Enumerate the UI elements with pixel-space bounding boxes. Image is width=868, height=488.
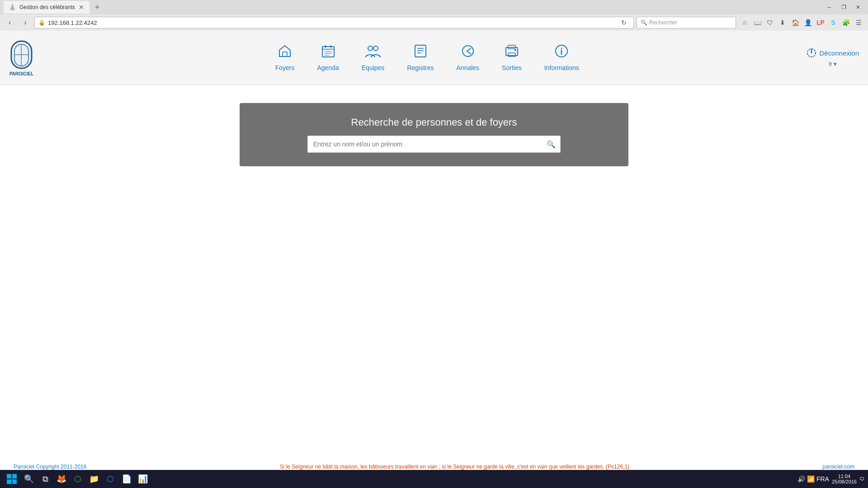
agenda-icon: [321, 44, 335, 61]
nav-right: Déconnexion fr ▾: [807, 48, 859, 67]
browser-tab[interactable]: ⛪ Gestion des célébrants ✕: [4, 1, 90, 14]
equipes-label: Equipes: [362, 64, 385, 71]
foyers-label: Foyers: [275, 64, 295, 71]
tray-icon-2: 📶: [807, 475, 815, 483]
address-url: 192.168.1.22:4242: [48, 19, 97, 26]
footer-quote: Si le Seigneur ne bâtit la maison, les b…: [86, 464, 822, 470]
language-selector[interactable]: fr ▾: [829, 61, 837, 67]
forward-button[interactable]: ›: [19, 16, 32, 29]
svg-rect-29: [7, 474, 11, 479]
search-input-row: 🔍: [307, 136, 561, 153]
power-icon: [807, 48, 816, 58]
extensions-button[interactable]: 🧩: [840, 17, 852, 28]
footer-website: paroiciel.com: [822, 464, 854, 470]
taskbar-search[interactable]: 🔍: [22, 472, 36, 486]
account-button[interactable]: 👤: [802, 17, 814, 28]
browser-chrome: ⛪ Gestion des célébrants ✕ + ─ ❐ ✕ ‹ › 🔒…: [0, 0, 868, 31]
tab-close-button[interactable]: ✕: [79, 4, 84, 11]
lang-label: fr: [829, 61, 832, 67]
notification-icon[interactable]: 🗨: [859, 476, 864, 482]
new-tab-button[interactable]: +: [93, 3, 102, 12]
sorties-icon: [505, 44, 519, 61]
annales-label: Annales: [457, 64, 480, 71]
taskbar-firefox[interactable]: 🦊: [54, 472, 69, 486]
svg-point-19: [462, 46, 473, 56]
lastpass-button[interactable]: LP: [815, 17, 826, 28]
nav-agenda[interactable]: Agenda: [317, 44, 339, 71]
taskbar-excel[interactable]: 📊: [136, 472, 150, 486]
address-bar-row: ‹ › 🔒 192.168.1.22:4242 ↻ 🔍 Rechercher ☆…: [0, 14, 868, 31]
nav-registres[interactable]: Registres: [407, 44, 434, 71]
nav-annales[interactable]: Annales: [457, 44, 480, 71]
search-icon: 🔍: [641, 19, 647, 26]
start-button[interactable]: [4, 471, 20, 487]
chevron-down-icon: ▾: [834, 61, 837, 67]
deconnexion-button[interactable]: Déconnexion: [807, 48, 859, 58]
reload-button[interactable]: ↻: [618, 17, 630, 28]
nav-foyers[interactable]: Foyers: [275, 44, 295, 71]
taskbar-files[interactable]: 📁: [87, 472, 101, 486]
download-button[interactable]: ⬇: [777, 17, 788, 28]
close-button[interactable]: ✕: [852, 1, 864, 14]
svg-rect-15: [415, 45, 426, 57]
nav-sorties[interactable]: Sorties: [502, 44, 522, 71]
toolbar-icons: ☆ 📖 🛡 ⬇ 🏠 👤 LP S 🧩 ☰: [739, 17, 864, 28]
title-bar: ⛪ Gestion des célébrants ✕ + ─ ❐ ✕: [0, 0, 868, 14]
search-hero-title: Recherche de personnes et de foyers: [351, 117, 517, 128]
taskbar-app1[interactable]: ⬡: [71, 472, 85, 486]
logo-image: [9, 39, 34, 70]
nav-informations[interactable]: Informations: [544, 44, 579, 71]
svg-rect-30: [12, 474, 17, 479]
informations-icon: [554, 44, 569, 61]
lang-indicator: FRA: [816, 475, 829, 483]
tab-title: Gestion des célébrants: [19, 4, 75, 10]
tab-favicon: ⛪: [9, 4, 16, 10]
search-icon: 🔍: [547, 140, 556, 149]
svg-point-14: [373, 46, 378, 51]
svg-rect-32: [12, 479, 17, 484]
skype-button[interactable]: S: [827, 17, 839, 28]
restore-button[interactable]: ❐: [837, 1, 850, 14]
svg-point-13: [368, 46, 373, 51]
person-search-input[interactable]: [307, 136, 542, 153]
registres-label: Registres: [407, 64, 434, 71]
taskbar-right: 🔊 📶 FRA 11:04 25/08/2016 🗨: [797, 474, 864, 484]
lock-icon: 🔒: [38, 19, 45, 26]
taskbar-task-view[interactable]: ⧉: [38, 472, 52, 486]
svg-rect-5: [283, 52, 287, 56]
foyers-icon: [278, 44, 292, 61]
svg-rect-31: [7, 479, 11, 484]
agenda-label: Agenda: [317, 64, 339, 71]
informations-label: Informations: [544, 64, 579, 71]
annales-icon: [461, 44, 475, 61]
browser-search-box[interactable]: 🔍 Rechercher: [637, 17, 736, 28]
nav-items: Foyers Agenda: [47, 44, 807, 71]
browser-search-placeholder: Rechercher: [649, 19, 677, 26]
reading-list-button[interactable]: 📖: [751, 17, 763, 28]
windows-icon: [6, 474, 17, 484]
equipes-icon: [365, 44, 381, 61]
back-button[interactable]: ‹: [4, 16, 16, 29]
svg-point-23: [514, 49, 516, 51]
window-controls: ─ ❐ ✕: [823, 1, 864, 14]
menu-button[interactable]: ☰: [853, 17, 864, 28]
logo-area: PAROICIEL: [9, 39, 34, 76]
system-tray: 🔊 📶 FRA: [797, 475, 829, 483]
logo-text: PAROICIEL: [9, 71, 34, 76]
svg-rect-4: [13, 42, 30, 67]
taskbar-clock[interactable]: 11:04 25/08/2016: [832, 474, 857, 484]
minimize-button[interactable]: ─: [823, 1, 835, 14]
home-button[interactable]: 🏠: [789, 17, 801, 28]
main-content: Recherche de personnes et de foyers 🔍: [0, 85, 868, 184]
taskbar-app2[interactable]: ⬡: [103, 472, 118, 486]
address-box[interactable]: 🔒 192.168.1.22:4242 ↻: [34, 17, 634, 28]
search-submit-button[interactable]: 🔍: [542, 136, 561, 153]
taskbar: 🔍 ⧉ 🦊 ⬡ 📁 ⬡ 📄 📊 🔊 📶 FRA 11:04 25/08/2016…: [0, 470, 868, 488]
search-hero: Recherche de personnes et de foyers 🔍: [240, 103, 628, 166]
registres-icon: [413, 44, 428, 61]
taskbar-date: 25/08/2016: [832, 479, 857, 484]
nav-equipes[interactable]: Equipes: [362, 44, 385, 71]
bookmark-star-button[interactable]: ☆: [739, 17, 750, 28]
shield-button[interactable]: 🛡: [764, 17, 776, 28]
taskbar-pdf[interactable]: 📄: [119, 472, 134, 486]
